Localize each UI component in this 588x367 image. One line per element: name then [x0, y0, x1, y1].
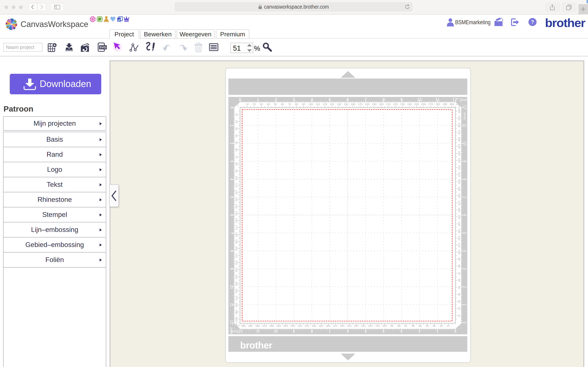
svg-text:280: 280: [235, 303, 238, 307]
svg-text:10: 10: [463, 141, 467, 145]
svg-text:110: 110: [235, 183, 238, 187]
svg-text:280: 280: [458, 123, 461, 127]
svg-text:170: 170: [458, 200, 461, 205]
svg-text:100: 100: [383, 325, 387, 327]
svg-text:120: 120: [458, 236, 461, 240]
svg-text:20: 20: [440, 325, 443, 327]
svg-text:200: 200: [235, 246, 238, 251]
svg-text:10: 10: [235, 113, 238, 116]
svg-text:270: 270: [235, 296, 238, 300]
svg-text:180: 180: [235, 232, 238, 237]
svg-text:290: 290: [458, 116, 461, 120]
svg-text:mm: mm: [235, 322, 237, 325]
svg-text:140: 140: [235, 204, 238, 209]
svg-text:SVG: SVG: [100, 46, 106, 49]
svg-text:4: 4: [463, 250, 467, 252]
svg-text:130: 130: [329, 103, 334, 106]
svg-text:280: 280: [435, 103, 440, 106]
svg-text:300: 300: [241, 325, 246, 327]
svg-text:30: 30: [433, 325, 436, 327]
svg-text:2: 2: [463, 286, 467, 288]
svg-text:160: 160: [351, 103, 355, 106]
svg-text:70: 70: [288, 103, 291, 106]
svg-text:240: 240: [407, 103, 412, 106]
svg-text:220: 220: [298, 325, 303, 327]
svg-text:30: 30: [458, 300, 461, 303]
svg-text:180: 180: [458, 193, 461, 198]
svg-text:8: 8: [463, 178, 467, 180]
svg-text:270: 270: [262, 325, 267, 327]
svg-text:70: 70: [458, 272, 461, 275]
svg-text:90: 90: [390, 325, 393, 327]
svg-text:7: 7: [463, 196, 467, 198]
svg-text:220: 220: [235, 260, 238, 265]
svg-text:(inch): (inch): [460, 98, 469, 102]
svg-text:120: 120: [322, 103, 327, 106]
svg-text:10: 10: [458, 314, 461, 317]
svg-text:110: 110: [458, 243, 461, 247]
svg-text:190: 190: [372, 103, 377, 106]
svg-text:100: 100: [458, 250, 461, 254]
svg-text:160: 160: [458, 208, 461, 212]
svg-text:30: 30: [260, 103, 263, 106]
svg-text:210: 210: [235, 253, 238, 258]
svg-text:230: 230: [291, 325, 295, 327]
svg-text:20: 20: [235, 120, 238, 123]
svg-text:1: 1: [463, 304, 467, 306]
svg-text:190: 190: [235, 239, 238, 244]
svg-text:?: ?: [531, 19, 534, 25]
svg-text:130: 130: [458, 229, 461, 233]
svg-text:90: 90: [458, 258, 461, 261]
svg-text:140: 140: [458, 221, 461, 226]
svg-text:70: 70: [235, 155, 238, 158]
svg-text:240: 240: [235, 275, 238, 279]
svg-text:120: 120: [235, 190, 238, 194]
svg-text:mm: mm: [456, 103, 459, 106]
svg-text:250: 250: [235, 282, 238, 286]
svg-text:210: 210: [458, 172, 461, 177]
svg-text:20: 20: [253, 103, 256, 106]
svg-text:250: 250: [277, 325, 281, 327]
svg-text:90: 90: [235, 169, 238, 173]
svg-text:80: 80: [398, 325, 401, 327]
svg-text:260: 260: [458, 137, 461, 142]
svg-text:210: 210: [386, 103, 391, 106]
svg-text:50: 50: [419, 325, 422, 327]
svg-text:100: 100: [308, 103, 313, 106]
svg-text:270: 270: [428, 103, 433, 106]
svg-text:270: 270: [458, 130, 461, 134]
svg-text:3: 3: [463, 268, 467, 270]
svg-text:250: 250: [458, 144, 461, 149]
svg-text:60: 60: [281, 103, 284, 106]
svg-text:170: 170: [333, 325, 338, 327]
svg-text:(inch): (inch): [230, 327, 233, 335]
svg-text:130: 130: [235, 197, 238, 201]
svg-text:40: 40: [425, 325, 429, 327]
svg-text:230: 230: [235, 267, 238, 272]
svg-text:50: 50: [235, 141, 238, 144]
svg-text:12”: 12”: [463, 105, 467, 110]
svg-text:mm: mm: [458, 106, 460, 109]
svg-text:80: 80: [458, 265, 461, 268]
svg-text:290: 290: [248, 325, 253, 327]
svg-text:brother: brother: [240, 340, 273, 350]
svg-text:160: 160: [340, 325, 345, 327]
svg-text:50: 50: [458, 286, 461, 289]
svg-text:190: 190: [319, 325, 324, 327]
svg-text:180: 180: [365, 103, 370, 106]
svg-text:220: 220: [458, 165, 461, 170]
svg-text:10: 10: [246, 103, 249, 106]
svg-text:240: 240: [458, 151, 461, 156]
svg-text:(inch): (inch): [463, 112, 466, 120]
svg-text:6: 6: [463, 214, 467, 216]
svg-text:130: 130: [361, 325, 366, 327]
svg-text:11: 11: [463, 124, 467, 127]
svg-text:290: 290: [442, 103, 447, 106]
svg-text:230: 230: [458, 158, 461, 163]
svg-text:70: 70: [405, 325, 407, 327]
svg-text:260: 260: [235, 289, 238, 293]
svg-text:60: 60: [235, 148, 238, 151]
svg-text:280: 280: [255, 325, 260, 327]
svg-text:290: 290: [235, 310, 238, 314]
svg-text:300: 300: [450, 103, 454, 106]
